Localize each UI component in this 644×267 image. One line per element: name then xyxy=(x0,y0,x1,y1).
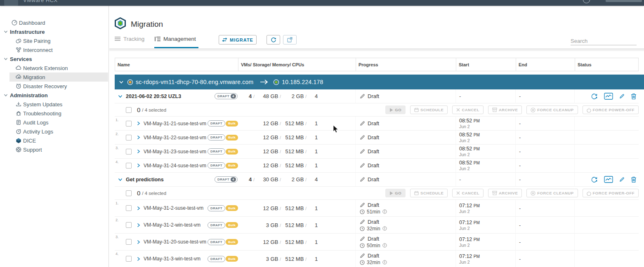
column-header-start[interactable]: Start xyxy=(456,58,516,71)
end-cell: - xyxy=(516,117,575,130)
user-menu[interactable] xyxy=(606,0,642,2)
sidebar-item-services[interactable]: Services xyxy=(0,54,109,63)
vm-checkbox[interactable] xyxy=(126,239,132,245)
activity-logs-icon xyxy=(16,129,21,134)
start-cell: 08:52 PMJun 2 xyxy=(456,159,516,172)
go-button[interactable]: GO xyxy=(385,105,406,114)
sidebar-item-system-updates[interactable]: System Updates xyxy=(0,100,109,109)
vm-row[interactable]: 4. VM-May-31-3-win-test-vm DRAFT Bulk 3 … xyxy=(115,251,639,267)
table-header: NameVMs/ Storage/ Memory/ CPUsProgressSt… xyxy=(115,58,639,71)
troubleshooting-icon xyxy=(16,110,21,116)
vm-checkbox[interactable] xyxy=(126,256,132,262)
sidebar-item-administration[interactable]: Administration xyxy=(0,91,109,100)
sidebar-item-activity-logs[interactable]: Activity Logs xyxy=(0,127,109,136)
force-cleanup-button[interactable]: FORCE CLEANUP xyxy=(526,105,578,114)
sidebar-item-dice[interactable]: DICE xyxy=(0,136,109,145)
sidebar-item-disaster-recovery[interactable]: Disaster Recovery xyxy=(0,82,109,91)
vm-checkbox[interactable] xyxy=(126,149,132,155)
select-all-checkbox[interactable] xyxy=(126,107,132,113)
system-updates-icon xyxy=(16,101,21,107)
archive-button[interactable]: ARCHIVE xyxy=(488,105,522,114)
search-box xyxy=(571,37,637,45)
vm-row[interactable]: 2. VM-May-31-22-suse-test-vm DRAFT Bulk … xyxy=(115,131,639,145)
tab-management[interactable]: Management xyxy=(155,29,196,49)
sidebar-item-support[interactable]: Support xyxy=(0,145,109,154)
resync-icon[interactable] xyxy=(591,176,598,183)
vm-row[interactable]: 3. VM-May-31-23-suse-test-vm DRAFT Bulk … xyxy=(115,145,639,159)
chart-icon[interactable] xyxy=(604,176,613,183)
source-site-icon xyxy=(127,79,133,85)
status-cell xyxy=(575,234,639,250)
group-row[interactable]: 2021-06-02 20:52 UZL3 DRAFT4 4 / 48 GB /… xyxy=(115,89,639,103)
search-input[interactable] xyxy=(571,37,637,45)
selection-row: 0 / 4 selected GOSCHEDULECANCELARCHIVEFO… xyxy=(115,103,639,117)
status-cell xyxy=(575,251,639,267)
sidebar-item-interconnect[interactable]: Interconnect xyxy=(0,45,109,54)
refresh-button[interactable] xyxy=(267,35,280,44)
vm-checkbox[interactable] xyxy=(126,135,132,141)
column-header-status[interactable]: Status xyxy=(575,58,639,71)
delete-icon[interactable] xyxy=(631,93,637,100)
migrate-button[interactable]: MIGRATE xyxy=(219,35,257,44)
column-header-end[interactable]: End xyxy=(516,58,575,71)
migration-icon xyxy=(16,74,21,80)
vm-row[interactable]: 1. VM-May-31-21-suse-test-vm DRAFT Bulk … xyxy=(115,117,639,131)
app-logo[interactable] xyxy=(4,0,18,6)
status-cell xyxy=(575,217,639,233)
sidebar-item-network-extension[interactable]: Network Extension xyxy=(0,63,109,73)
end-cell: - xyxy=(516,200,575,216)
sidebar-item-migration[interactable]: Migration xyxy=(0,73,109,82)
edit-icon[interactable] xyxy=(619,94,625,99)
vm-checkbox[interactable] xyxy=(126,205,132,211)
vm-checkbox[interactable] xyxy=(126,121,132,126)
vm-checkbox[interactable] xyxy=(126,163,132,169)
status-cell xyxy=(575,117,639,130)
schedule-button[interactable]: SCHEDULE xyxy=(410,105,448,114)
cancel-button[interactable]: CANCEL xyxy=(452,189,484,197)
vm-row[interactable]: 4. VM-May-31-24-suse-test-vm DRAFT Bulk … xyxy=(115,159,639,173)
top-header-bar: VMware HCX xyxy=(0,0,644,6)
dice-icon xyxy=(16,138,21,143)
network-extension-icon xyxy=(16,65,21,71)
delete-icon[interactable] xyxy=(631,176,637,183)
schedule-button[interactable]: SCHEDULE xyxy=(410,189,448,197)
tab-tracking[interactable]: Tracking xyxy=(115,29,144,49)
column-header-vms[interactable]: VMs/ Storage/ Memory/ CPUs xyxy=(238,58,356,71)
chart-icon[interactable] xyxy=(604,93,613,100)
vm-name-cell: 2. VM-May-31-22-suse-test-vm DRAFT Bulk xyxy=(115,131,238,144)
cancel-button[interactable]: CANCEL xyxy=(452,105,484,114)
vm-row[interactable]: 3. VM-May-31-20-suse-test-vm DRAFT Bulk … xyxy=(115,234,639,251)
group-end-cell: - xyxy=(516,89,575,103)
resync-icon[interactable] xyxy=(591,93,598,100)
column-header-progress[interactable]: Progress xyxy=(356,58,456,71)
force-cleanup-button[interactable]: FORCE CLEANUP xyxy=(526,189,578,197)
edit-icon[interactable] xyxy=(619,177,625,182)
vm-row[interactable]: 1. VM-May-31-2-suse-test-vm DRAFT Bulk 1… xyxy=(115,200,639,217)
go-button[interactable]: GO xyxy=(385,189,406,197)
external-link-icon xyxy=(287,37,293,42)
status-cell xyxy=(575,200,639,216)
vm-checkbox[interactable] xyxy=(126,222,132,228)
sidebar-item-troubleshooting[interactable]: Troubleshooting xyxy=(0,109,109,118)
draft-pill: DRAFT xyxy=(208,239,225,245)
vm-row[interactable]: 2. VM-May-31-2-win-test-vm DRAFT Bulk 3 … xyxy=(115,217,639,234)
sidebar: DashboardInfrastructureSite PairingInter… xyxy=(0,6,109,267)
draft-badge: DRAFT4 xyxy=(215,176,238,183)
sidebar-item-audit-logs[interactable]: Audit Logs xyxy=(0,118,109,127)
column-header-name[interactable]: Name xyxy=(115,58,238,71)
group-vms-cell: 4 / 30 GB / 2 GB / 4 xyxy=(238,173,356,186)
open-external-button[interactable] xyxy=(283,35,297,44)
scroll-band xyxy=(109,49,644,51)
force-power-off-button[interactable]: FORCE POWER-OFF xyxy=(583,105,639,114)
site-pair-header[interactable]: sc-rdops-vm11-dhcp-70-80.eng.vmware.com … xyxy=(115,75,644,89)
force-power-off-button[interactable]: FORCE POWER-OFF xyxy=(583,189,639,197)
sidebar-item-infrastructure[interactable]: Infrastructure xyxy=(0,27,109,36)
sidebar-item-dashboard[interactable]: Dashboard xyxy=(0,18,109,27)
archive-button[interactable]: ARCHIVE xyxy=(488,189,522,197)
select-all-checkbox[interactable] xyxy=(126,190,132,196)
sidebar-item-site-pairing[interactable]: Site Pairing xyxy=(0,36,109,45)
help-icon[interactable] xyxy=(583,0,590,3)
vm-vms-cell: 3 GB / 512 MB / 1 xyxy=(238,217,356,233)
group-start-cell: - xyxy=(456,89,516,103)
group-row[interactable]: Get predictions DRAFT4 4 / 30 GB / 2 GB … xyxy=(115,173,639,187)
